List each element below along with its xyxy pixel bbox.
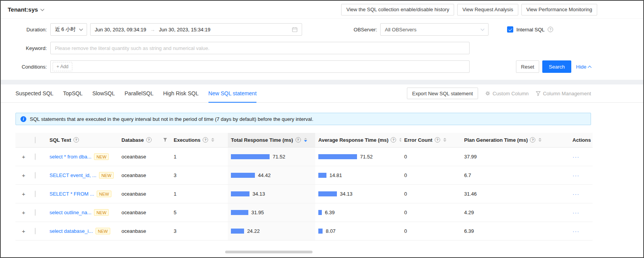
bar [318, 191, 337, 196]
add-condition-button[interactable]: + Add [53, 62, 72, 71]
tab-suspected-sql[interactable]: Suspected SQL [15, 84, 53, 102]
date-range-arrow-icon: → [146, 27, 159, 33]
expand-row-icon[interactable]: + [22, 153, 26, 160]
help-icon[interactable]: ? [391, 137, 396, 143]
info-icon: i [20, 116, 26, 122]
row-checkbox[interactable] [35, 191, 36, 197]
sorter-icon[interactable] [304, 138, 307, 142]
sorter-icon[interactable] [443, 138, 446, 142]
reset-button[interactable]: Reset [516, 60, 539, 73]
error-count-cell: 0 [401, 166, 461, 184]
help-icon[interactable]: ? [296, 137, 301, 143]
hide-label: Hide [576, 64, 586, 70]
tab-slowsql[interactable]: SlowSQL [92, 84, 115, 102]
sorter-icon[interactable] [538, 138, 542, 142]
row-checkbox[interactable] [35, 153, 36, 160]
help-icon[interactable]: ? [548, 27, 553, 32]
error-count-cell: 0 [401, 203, 461, 222]
observer-select[interactable]: All OBServers [380, 23, 489, 36]
row-checkbox[interactable] [35, 228, 36, 234]
tab-high-risk-sql[interactable]: High Risk SQL [163, 84, 199, 102]
help-icon[interactable]: ? [203, 137, 208, 143]
tab-parallelsql[interactable]: ParallelSQL [125, 84, 154, 102]
row-checkbox[interactable] [35, 172, 36, 179]
conditions-label: Conditions: [1, 64, 50, 70]
help-icon[interactable]: ? [435, 137, 440, 143]
column-header-error-count[interactable]: Error Count ? [401, 133, 461, 147]
avg-response-cell: 8.07 [318, 228, 398, 234]
database-cell: oceanbase [118, 166, 171, 184]
expand-row-icon[interactable]: + [22, 209, 26, 216]
sorter-icon[interactable] [399, 138, 401, 142]
scrollbar-thumb[interactable] [225, 251, 313, 253]
duration-label: Duration: [1, 27, 50, 33]
column-header-executions[interactable]: Executions ? [171, 133, 228, 147]
plan-time-cell: 37.99 [461, 147, 569, 166]
filter-funnel-icon[interactable] [163, 138, 167, 142]
date-range-picker[interactable]: Jun 30, 2023, 09:34:19 → Jun 30, 2023, 1… [90, 23, 302, 36]
export-new-sql-button[interactable]: Export New SQL statement [407, 88, 478, 99]
row-actions-ellipsis[interactable]: ··· [572, 191, 579, 197]
tab-new-sql-statement[interactable]: New SQL statement [208, 84, 257, 102]
row-checkbox[interactable] [35, 209, 36, 216]
column-header-average-response-time[interactable]: Average Response Time (ms) ? [315, 133, 401, 147]
duration-select[interactable]: 近 6 小时 [50, 23, 87, 36]
total-response-cell: 24.22 [231, 228, 312, 234]
column-header-total-response-time[interactable]: Total Response Time (ms) ? [228, 133, 315, 147]
custom-column-action[interactable]: Custom Column [485, 91, 529, 96]
column-header-plan-generation-time[interactable]: Plan Generation Time (ms) ? [461, 133, 569, 147]
tenant-selector[interactable]: Tenant:sys [8, 6, 44, 13]
sql-text-link[interactable]: select outline_na... [50, 210, 91, 215]
bar-value: 44.42 [258, 172, 271, 178]
error-count-cell: 0 [401, 184, 461, 203]
filter-card: Tenant:sys View the SQL collection enabl… [1, 1, 643, 80]
help-icon[interactable]: ? [146, 137, 152, 143]
internal-sql-checkbox[interactable] [507, 26, 513, 33]
error-count-cell: 0 [401, 222, 461, 240]
sql-text-link[interactable]: select * from dba... [50, 154, 91, 160]
tenant-label: Tenant:sys [8, 6, 38, 13]
funnel-icon [536, 91, 541, 96]
row-actions-ellipsis[interactable]: ··· [572, 228, 579, 234]
bar [231, 229, 244, 234]
sql-text-link[interactable]: SELECT event_id, ... [50, 172, 96, 178]
tab-topsql[interactable]: TopSQL [63, 84, 83, 102]
bar [231, 191, 249, 196]
sql-text-link[interactable]: select database_i... [50, 228, 93, 234]
duration-value: 近 6 小时 [55, 26, 75, 33]
page-header: Tenant:sys View the SQL collection enabl… [1, 1, 643, 19]
sql-text-link[interactable]: SELECT * FROM ... [50, 191, 94, 197]
row-actions-ellipsis[interactable]: ··· [572, 172, 579, 179]
search-button[interactable]: Search [542, 60, 571, 73]
expand-row-icon[interactable]: + [22, 172, 26, 179]
bar-value: 71.52 [273, 154, 285, 160]
bar-value: 14.81 [330, 172, 342, 178]
new-tag: NEW [96, 228, 110, 234]
row-actions-ellipsis[interactable]: ··· [572, 153, 579, 160]
select-all-checkbox[interactable] [35, 137, 36, 143]
view-request-analysis-button[interactable]: View Request Analysis [457, 4, 518, 15]
column-management-action[interactable]: Column Management [536, 91, 591, 96]
help-icon[interactable]: ? [530, 137, 535, 143]
expand-row-icon[interactable]: + [22, 228, 26, 234]
chevron-down-icon [41, 7, 44, 11]
expand-row-icon[interactable]: + [22, 191, 26, 197]
help-icon[interactable]: ? [73, 137, 79, 143]
gear-icon [485, 91, 490, 96]
bar [318, 229, 323, 234]
filter-row-duration: Duration: 近 6 小时 Jun 30, 2023, 09:34:19 … [1, 23, 643, 36]
column-management-label: Column Management [543, 91, 591, 96]
keyword-input[interactable] [50, 42, 470, 54]
bar [231, 154, 270, 159]
sorter-icon[interactable] [211, 138, 214, 142]
row-actions-ellipsis[interactable]: ··· [572, 209, 579, 216]
bar-value: 6.39 [325, 210, 335, 215]
hide-filters-link[interactable]: Hide [576, 64, 591, 70]
bar-value: 34.13 [253, 191, 265, 197]
total-response-cell: 44.42 [231, 172, 312, 178]
results-card: Suspected SQL TopSQL SlowSQL ParallelSQL… [1, 84, 643, 258]
view-sql-collection-history-button[interactable]: View the SQL collection enable/disable h… [341, 4, 454, 15]
column-label: Database [121, 137, 144, 143]
tabs-bar: Suspected SQL TopSQL SlowSQL ParallelSQL… [1, 84, 643, 103]
view-performance-monitoring-button[interactable]: View Performance Monitoring [521, 4, 597, 15]
